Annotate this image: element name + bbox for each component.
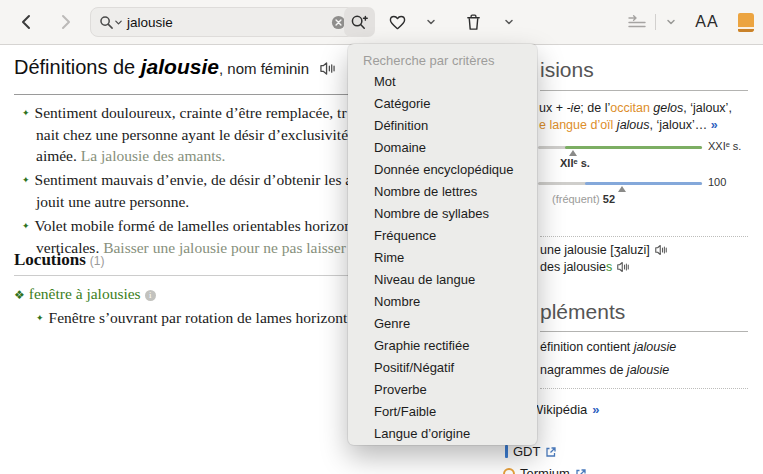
menu-item-genre[interactable]: Genre xyxy=(348,313,537,335)
etymology-text: , ‘jaloux’… xyxy=(650,118,711,132)
locution-definition: ✦Fenêtre s’ouvrant par rotation de lames… xyxy=(36,309,347,327)
etymology-text: gelos xyxy=(653,101,683,115)
menu-item-langue-origine[interactable]: Langue d’origine xyxy=(348,423,537,445)
forward-button[interactable] xyxy=(56,13,74,31)
list-arrow-icon xyxy=(627,14,647,30)
title-headword: jalousie xyxy=(141,55,219,78)
pronunciation-row: des jalousies xyxy=(540,260,630,274)
pronunciation-text: des jalousie xyxy=(540,260,606,274)
menu-item-niveau-de-langue[interactable]: Niveau de langue xyxy=(348,269,537,291)
menu-item-nombre-de-lettres[interactable]: Nombre de lettres xyxy=(348,181,537,203)
example-text: La jalousie des amants. xyxy=(81,147,226,164)
menu-item-graphie-rectifiee[interactable]: Graphie rectifiée xyxy=(348,335,537,357)
etymology-text: jalous xyxy=(613,118,649,132)
speaker-icon[interactable] xyxy=(319,61,336,76)
title-prefix: Définitions de xyxy=(14,56,141,78)
gdt-label: GDT xyxy=(513,444,540,459)
era-timeline-bar xyxy=(538,146,702,149)
reading-list-menu-button[interactable] xyxy=(660,7,682,37)
reading-list-button[interactable] xyxy=(622,7,652,37)
complement-link[interactable]: nagrammes de jalousie xyxy=(540,363,669,377)
era-right-label: XXIᵉ s. xyxy=(708,140,741,152)
plural-suffix: s xyxy=(606,260,612,274)
complement-link[interactable]: éfinition contient jalousie xyxy=(540,340,676,354)
menu-item-positif-negatif[interactable]: Positif/Négatif xyxy=(348,357,537,379)
gdt-logo-icon xyxy=(505,445,508,458)
search-icon xyxy=(99,15,114,30)
definition-text: aimée. xyxy=(36,147,81,164)
era-timeline-segment xyxy=(565,146,702,149)
text-size-label: AA xyxy=(695,13,718,31)
locution-link[interactable]: ❖fenêtre à jalousiesi xyxy=(14,285,156,303)
complement-word: jalousie xyxy=(627,363,669,377)
menu-item-definition[interactable]: Définition xyxy=(348,115,537,137)
gdt-link[interactable]: GDT xyxy=(505,444,557,459)
complement-text: éfinition contient xyxy=(540,340,634,354)
toolbar-divider xyxy=(655,14,656,30)
favorites-button[interactable] xyxy=(382,7,412,37)
chevron-down-icon xyxy=(502,15,516,29)
precisions-heading: isions xyxy=(540,58,594,82)
bullet-icon: ✦ xyxy=(22,108,30,118)
bullet-icon: ✦ xyxy=(22,221,30,231)
complements-heading: pléments xyxy=(540,300,625,324)
search-value[interactable]: jalousie xyxy=(127,15,331,30)
termium-logo-icon xyxy=(503,468,515,474)
delete-button[interactable] xyxy=(458,7,488,37)
external-link-icon xyxy=(545,446,557,458)
etymology-text: ux + xyxy=(539,101,566,115)
page-title: Définitions de jalousie, nom féminin xyxy=(14,55,336,79)
dictionary-button[interactable] xyxy=(734,7,758,37)
complement-word: jalousie xyxy=(634,340,676,354)
dotted-divider xyxy=(540,388,748,389)
locutions-heading: Locutions (1) xyxy=(14,250,104,270)
etymology-text: ; de l’ xyxy=(580,101,610,115)
menu-item-rime[interactable]: Rime xyxy=(348,247,537,269)
locution-text: fenêtre à jalousies xyxy=(29,285,141,302)
menu-item-categorie[interactable]: Catégorie xyxy=(348,93,537,115)
text-size-button[interactable]: AA xyxy=(690,7,724,37)
search-plus-icon xyxy=(350,14,369,31)
pronunciation-row: une jalousie [ʒaluzi] xyxy=(540,243,668,257)
heart-icon xyxy=(388,14,407,31)
menu-item-domaine[interactable]: Domaine xyxy=(348,137,537,159)
delete-menu-button[interactable] xyxy=(498,7,520,37)
trash-icon xyxy=(465,13,482,31)
etymology-link[interactable]: occitan xyxy=(610,101,650,115)
termium-label: Termium xyxy=(520,466,570,474)
etymology-line2: e langue d’oïl jalous, ‘jaloux’… » xyxy=(539,117,718,134)
external-link-icon xyxy=(575,468,587,474)
speaker-icon[interactable] xyxy=(616,261,630,273)
toolbar: jalousie xyxy=(0,0,763,45)
advanced-search-button[interactable] xyxy=(344,7,375,37)
diamond-bullet-icon: ❖ xyxy=(14,288,25,302)
termium-link[interactable]: Termium xyxy=(503,466,587,474)
menu-item-mot[interactable]: Mot xyxy=(348,71,537,93)
chevron-down-icon xyxy=(664,15,678,29)
book-icon xyxy=(738,13,754,32)
favorites-menu-button[interactable] xyxy=(420,7,442,37)
back-button[interactable] xyxy=(18,13,36,31)
menu-item-donnee-encyclopedique[interactable]: Donnée encyclopédique xyxy=(348,159,537,181)
frequency-marker-label: (fréquent) 52 xyxy=(552,193,615,205)
menu-item-frequence[interactable]: Fréquence xyxy=(348,225,537,247)
precisions-divider xyxy=(540,90,748,91)
complement-text: nagrammes de xyxy=(540,363,627,377)
double-arrow-icon: » xyxy=(592,402,599,417)
menu-item-nombre-de-syllabes[interactable]: Nombre de syllabes xyxy=(348,203,537,225)
wikipedia-label: Wikipédia xyxy=(531,402,587,417)
menu-item-fort-faible[interactable]: Fort/Faible xyxy=(348,401,537,423)
frequency-qualifier: (fréquent) xyxy=(552,193,600,205)
menu-item-nombre[interactable]: Nombre xyxy=(348,291,537,313)
complements-divider xyxy=(540,331,748,332)
search-scope-chevron-icon[interactable] xyxy=(114,18,123,27)
info-icon[interactable]: i xyxy=(145,290,156,301)
speaker-icon[interactable] xyxy=(654,244,668,256)
more-link[interactable]: » xyxy=(711,118,718,132)
frequency-max-label: 100 xyxy=(708,176,726,188)
etymology-link[interactable]: e langue d’oïl xyxy=(539,118,613,132)
bullet-icon: ✦ xyxy=(22,175,30,185)
wikipedia-link[interactable]: Wikipédia » xyxy=(531,402,600,417)
search-input[interactable]: jalousie xyxy=(90,7,355,37)
menu-item-proverbe[interactable]: Proverbe xyxy=(348,379,537,401)
